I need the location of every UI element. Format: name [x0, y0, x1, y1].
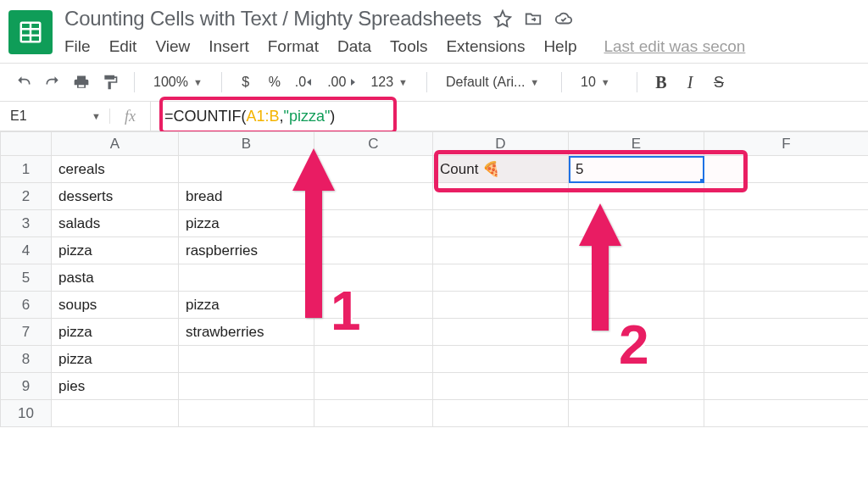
- col-header-D[interactable]: D: [433, 132, 569, 156]
- menu-file[interactable]: File: [64, 37, 91, 56]
- cell-F1[interactable]: [704, 156, 869, 183]
- cell-A7[interactable]: pizza: [52, 319, 179, 346]
- last-edit-link[interactable]: Last edit was secon: [604, 37, 745, 56]
- increase-decimal-button[interactable]: .00: [324, 70, 359, 94]
- cell-A8[interactable]: pizza: [52, 346, 179, 373]
- row-header-9[interactable]: 9: [1, 373, 52, 400]
- cell-B8[interactable]: [179, 346, 314, 373]
- cell-E1[interactable]: 5: [569, 156, 704, 183]
- toolbar: 100%▼ $ % .0 .00 123▼ Default (Ari...▼ 1…: [0, 64, 868, 101]
- row-header-4[interactable]: 4: [1, 237, 52, 264]
- cell-B9[interactable]: [179, 373, 314, 400]
- select-all-corner[interactable]: [1, 132, 52, 156]
- fx-icon: fx: [110, 102, 151, 131]
- percent-button[interactable]: %: [263, 70, 287, 94]
- sheets-logo-icon[interactable]: [8, 10, 53, 54]
- row-header-7[interactable]: 7: [1, 319, 52, 346]
- menu-bar: File Edit View Insert Format Data Tools …: [64, 37, 860, 56]
- font-size-select[interactable]: 10▼: [574, 75, 625, 90]
- row-header-1[interactable]: 1: [1, 156, 52, 183]
- menu-format[interactable]: Format: [268, 37, 319, 56]
- cell-A5[interactable]: pasta: [52, 264, 179, 292]
- row-header-5[interactable]: 5: [1, 264, 52, 292]
- menu-insert[interactable]: Insert: [209, 37, 249, 56]
- col-header-B[interactable]: B: [179, 132, 314, 156]
- cell-B7[interactable]: strawberries: [179, 319, 314, 346]
- menu-view[interactable]: View: [155, 37, 190, 56]
- cell-B5[interactable]: [179, 264, 314, 292]
- print-button[interactable]: [70, 70, 93, 94]
- cell-A4[interactable]: pizza: [52, 237, 179, 264]
- col-header-F[interactable]: F: [704, 132, 869, 156]
- formula-bar-input[interactable]: =COUNTIF(A1:B,"pizza"): [151, 102, 868, 131]
- menu-data[interactable]: Data: [337, 37, 371, 56]
- menu-extensions[interactable]: Extensions: [446, 37, 525, 56]
- row-header-6[interactable]: 6: [1, 292, 52, 319]
- move-to-folder-icon[interactable]: [524, 9, 542, 28]
- cell-B10[interactable]: [179, 400, 314, 427]
- cell-B4[interactable]: raspberries: [179, 237, 314, 264]
- undo-button[interactable]: [12, 70, 36, 94]
- font-family-select[interactable]: Default (Ari...▼: [439, 75, 549, 90]
- cell-A6[interactable]: soups: [52, 292, 179, 319]
- spreadsheet-grid[interactable]: A B C D E F 1 cereals Count 🍕 5 2dessert…: [0, 131, 868, 427]
- zoom-select[interactable]: 100%▼: [147, 75, 209, 90]
- cell-A2[interactable]: desserts: [52, 183, 179, 210]
- row-header-2[interactable]: 2: [1, 183, 52, 210]
- currency-button[interactable]: $: [234, 70, 258, 94]
- decrease-decimal-button[interactable]: .0: [292, 70, 319, 94]
- menu-edit[interactable]: Edit: [109, 37, 137, 56]
- row-header-10[interactable]: 10: [1, 400, 52, 427]
- col-header-E[interactable]: E: [569, 132, 704, 156]
- name-box[interactable]: E1▼: [0, 108, 110, 124]
- row-header-3[interactable]: 3: [1, 210, 52, 237]
- more-formats-select[interactable]: 123▼: [364, 75, 415, 90]
- cell-C1[interactable]: [314, 156, 433, 183]
- cell-A9[interactable]: pies: [52, 373, 179, 400]
- cell-B1[interactable]: [179, 156, 314, 183]
- cell-B3[interactable]: pizza: [179, 210, 314, 237]
- col-header-C[interactable]: C: [314, 132, 433, 156]
- menu-tools[interactable]: Tools: [390, 37, 427, 56]
- cell-A1[interactable]: cereals: [52, 156, 179, 183]
- italic-button[interactable]: I: [678, 70, 702, 94]
- document-title[interactable]: Counting Cells with Text / Mighty Spread…: [64, 7, 481, 31]
- cell-D1[interactable]: Count 🍕: [433, 156, 569, 183]
- cell-A10[interactable]: [52, 400, 179, 427]
- cloud-status-icon[interactable]: [554, 9, 573, 28]
- menu-help[interactable]: Help: [543, 37, 576, 56]
- strikethrough-button[interactable]: S: [707, 70, 731, 94]
- col-header-A[interactable]: A: [52, 132, 179, 156]
- bold-button[interactable]: B: [649, 70, 673, 94]
- star-icon[interactable]: [493, 9, 512, 28]
- redo-button[interactable]: [41, 70, 64, 94]
- cell-B2[interactable]: bread: [179, 183, 314, 210]
- cell-A3[interactable]: salads: [52, 210, 179, 237]
- paint-format-button[interactable]: [98, 70, 122, 94]
- row-header-8[interactable]: 8: [1, 346, 52, 373]
- cell-B6[interactable]: pizza: [179, 292, 314, 319]
